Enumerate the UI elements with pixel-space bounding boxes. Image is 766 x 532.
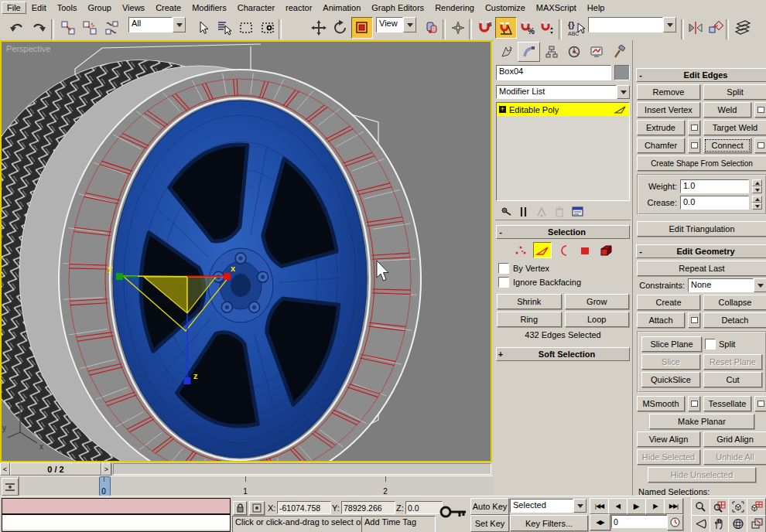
ring-button[interactable]: Ring — [497, 312, 562, 327]
coordinate-system-arrow[interactable] — [403, 17, 416, 32]
crease-field[interactable]: 0.0 — [680, 196, 749, 210]
select-by-name-icon[interactable] — [214, 17, 235, 39]
menu-maxscript[interactable]: MAXScript — [531, 2, 582, 14]
ignore-backfacing-checkbox[interactable] — [498, 277, 509, 288]
layer-manager-icon[interactable] — [732, 17, 754, 39]
select-and-rotate-icon[interactable] — [330, 17, 351, 39]
hide-selected-button[interactable]: Hide Selected — [637, 449, 700, 465]
next-frame-button[interactable]: |▶ — [645, 498, 665, 514]
create-shape-from-selection-button[interactable]: Create Shape From Selection — [637, 155, 766, 171]
unlink-selection-icon[interactable] — [79, 17, 101, 39]
weight-spinner[interactable] — [752, 179, 762, 193]
slice-button[interactable]: Slice — [641, 354, 700, 370]
weld-settings-button[interactable] — [754, 102, 766, 118]
insert-vertex-button[interactable]: Insert Vertex — [637, 102, 700, 118]
redo-icon[interactable] — [28, 17, 50, 39]
menu-create[interactable]: Create — [150, 2, 186, 14]
viewport-perspective[interactable]: Perspective — [0, 40, 492, 462]
edit-triangulation-button[interactable]: Edit Triangulation — [637, 221, 766, 237]
gizmo-y-handle[interactable] — [116, 273, 123, 280]
align-icon[interactable] — [706, 17, 726, 39]
soft-selection-rollout-header[interactable]: + Soft Selection — [496, 347, 630, 361]
mirror-icon[interactable] — [686, 17, 706, 39]
window-crossing-toggle-icon[interactable] — [257, 17, 279, 39]
set-keys-button[interactable] — [439, 503, 467, 521]
cut-button[interactable]: Cut — [703, 372, 762, 387]
percent-snap-toggle-icon[interactable]: % — [517, 17, 537, 39]
menu-tools[interactable]: Tools — [52, 2, 83, 14]
add-time-tag[interactable]: Add Time Tag — [361, 516, 436, 532]
tab-motion[interactable] — [563, 42, 586, 62]
selection-filter-arrow[interactable] — [173, 17, 186, 32]
object-name-field[interactable]: Box04 — [496, 65, 611, 80]
tab-modify[interactable] — [518, 42, 540, 62]
go-to-start-button[interactable]: |◀◀ — [590, 498, 609, 514]
subobject-element-icon[interactable] — [597, 243, 614, 257]
zoom-icon[interactable] — [691, 498, 710, 516]
x-coord-field[interactable]: -61074.758 — [277, 501, 331, 514]
connect-settings-button[interactable] — [754, 138, 766, 153]
repeat-last-button[interactable]: Repeat Last — [637, 261, 766, 276]
min-max-toggle-icon[interactable] — [747, 515, 766, 532]
open-mini-curve-editor-button[interactable] — [2, 478, 19, 496]
tessellate-settings-button[interactable] — [754, 396, 766, 411]
subobject-edge-icon[interactable] — [533, 242, 552, 258]
named-selection-arrow[interactable] — [663, 17, 676, 32]
tab-create[interactable] — [495, 42, 518, 62]
zoom-extents-all-icon[interactable] — [747, 498, 766, 516]
menu-graph-editors[interactable]: Graph Editors — [366, 2, 429, 14]
select-and-uniform-scale-icon[interactable] — [351, 17, 373, 39]
previous-frame-button[interactable]: ◀| — [608, 498, 628, 514]
previous-frame-arrow-button[interactable]: < — [0, 462, 10, 476]
bind-to-space-warp-icon[interactable] — [101, 17, 122, 39]
make-unique-icon[interactable] — [535, 206, 548, 218]
tab-utilities[interactable] — [608, 42, 631, 62]
viewport-label[interactable]: Perspective — [6, 44, 50, 53]
y-coord-field[interactable]: 78929.266 — [341, 501, 395, 514]
menu-edit[interactable]: Edit — [26, 2, 52, 14]
menu-views[interactable]: Views — [117, 2, 150, 14]
rollout-collapse-icon[interactable]: - — [497, 227, 504, 237]
time-slider-thumb[interactable]: 0 / 2 — [10, 462, 101, 476]
remove-button[interactable]: Remove — [637, 84, 700, 100]
play-button[interactable]: ▶ — [627, 498, 646, 514]
time-slider-track[interactable] — [113, 463, 491, 475]
menu-file[interactable]: File — [2, 2, 26, 14]
stack-expand-icon[interactable]: + — [499, 106, 506, 113]
current-frame-field[interactable]: 0 — [611, 515, 669, 528]
stack-item-label[interactable]: Editable Poly — [509, 105, 611, 114]
menu-rendering[interactable]: Rendering — [429, 2, 480, 14]
pin-stack-icon[interactable] — [500, 206, 512, 218]
named-selection-sets-icon[interactable]: {}ABC — [565, 17, 586, 39]
tab-hierarchy[interactable] — [540, 42, 563, 62]
target-weld-button[interactable]: Target Weld — [703, 120, 766, 135]
menu-character[interactable]: Character — [232, 2, 280, 14]
auto-key-button[interactable]: Auto Key — [470, 498, 509, 515]
shrink-button[interactable]: Shrink — [497, 294, 562, 309]
key-subset-arrow[interactable] — [573, 499, 586, 513]
arc-rotate-icon[interactable] — [728, 515, 747, 532]
weld-button[interactable]: Weld — [703, 102, 751, 118]
stack-item-editable-poly[interactable]: + Editable Poly — [497, 103, 629, 116]
attach-button[interactable]: Attach — [637, 312, 685, 328]
absolute-mode-transform-toggle[interactable] — [249, 501, 265, 515]
create-button[interactable]: Create — [637, 295, 700, 310]
time-configuration-button[interactable] — [667, 514, 683, 530]
go-to-end-button[interactable]: ▶▶| — [664, 498, 683, 514]
gizmo-z-handle[interactable] — [184, 377, 191, 384]
select-and-link-icon[interactable] — [57, 17, 79, 39]
rectangular-selection-region-icon[interactable] — [235, 17, 257, 39]
detach-button[interactable]: Detach — [703, 312, 766, 328]
configure-modifier-sets-icon[interactable] — [571, 206, 585, 218]
remove-modifier-icon[interactable] — [554, 206, 565, 218]
rollout-collapse-icon[interactable]: - — [637, 70, 645, 80]
view-align-button[interactable]: View Align — [637, 431, 700, 447]
hide-unselected-button[interactable]: Hide Unselected — [648, 467, 756, 483]
rollout-expand-icon[interactable]: + — [497, 350, 504, 359]
wheel-model[interactable] — [2, 60, 421, 461]
menu-modifiers[interactable]: Modifiers — [186, 2, 232, 14]
subobject-border-icon[interactable] — [556, 243, 573, 257]
modifier-stack[interactable]: + Editable Poly — [496, 102, 630, 201]
zoom-extents-selected-icon[interactable] — [728, 498, 747, 516]
set-key-button[interactable]: Set Key — [470, 515, 509, 532]
